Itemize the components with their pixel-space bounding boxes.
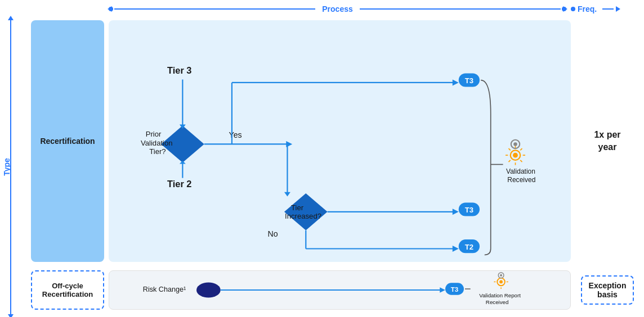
freq-arrow: [616, 6, 620, 12]
right-bracket: [481, 80, 491, 255]
freq-dot: [571, 7, 575, 11]
arrow-no-t2: [453, 246, 459, 252]
gear-center: [513, 142, 517, 146]
type-arrow-top: [8, 16, 14, 20]
tier2-label: Tier 2: [167, 179, 191, 189]
arrow-yes-t3: [453, 79, 459, 85]
exception-box: Exceptionbasis: [581, 275, 634, 305]
t3-badge-upper-text: T3: [465, 76, 473, 85]
arrow-tierinc-right: [453, 209, 459, 215]
recert-label-box: Recertification: [31, 20, 104, 262]
rpt-gear-center: [500, 274, 502, 277]
freq-label: Freq.: [578, 4, 597, 13]
offcycle-label-box: Off-cycle Recertification: [31, 270, 104, 310]
process-label: Process: [315, 4, 359, 13]
tier-inc-text2: Increased?: [285, 212, 321, 220]
arrow-tier2-diamond: [180, 161, 186, 164]
arrow-down-tierinc: [284, 192, 290, 197]
val-report-text2: Received: [486, 300, 508, 306]
ray8: [508, 160, 510, 162]
freq-upper: 1x peryear: [571, 20, 644, 262]
yes-label: Yes: [229, 130, 242, 139]
risk-oval: [196, 283, 221, 298]
t3-badge-mid-text: T3: [465, 206, 473, 214]
flow-area: Tier 3 Prior Validation Tier? Tier 2: [109, 20, 571, 262]
tier3-label: Tier 3: [167, 65, 191, 75]
risk-change-text: Risk Change¹: [143, 286, 186, 293]
offcycle-label: Off-cycle Recertification: [42, 282, 93, 298]
val-recv-text2: Received: [507, 176, 535, 184]
freq-upper-text: 1x peryear: [594, 130, 620, 152]
offcycle-svg: Risk Change¹ T3: [109, 271, 570, 309]
freq-line: [602, 8, 614, 10]
tier-inc-text1: Tier: [291, 203, 304, 212]
val-report-text1: Validation Report: [479, 292, 521, 298]
validation-sun-inner: [513, 153, 518, 158]
offcycle-arrow: [440, 288, 445, 293]
no-label: No: [267, 229, 278, 238]
ray5: [508, 148, 510, 150]
freq-header: Freq.: [571, 4, 644, 13]
prior-val-text1: Prior: [146, 130, 162, 138]
type-column: Type: [0, 16, 31, 317]
t2-badge-text: T2: [465, 243, 473, 251]
val-recv-text1: Validation: [506, 167, 535, 175]
recert-lower: Off-cycle Recertification Risk Change¹: [31, 266, 644, 314]
type-label: Type: [2, 158, 11, 176]
prior-val-text3: Tier?: [149, 147, 166, 156]
prior-val-text2: Validation: [141, 139, 173, 147]
offcycle-flow: Risk Change¹ T3: [109, 270, 571, 310]
ray7: [520, 148, 522, 150]
ray6: [520, 160, 522, 162]
recert-upper: Recertification Tier 3 Prior Validation …: [31, 20, 644, 262]
diagram-area: Recertification Tier 3 Prior Validation …: [31, 16, 644, 317]
val-report-sun-inner: [499, 280, 503, 284]
type-arrow-bottom: [8, 314, 14, 317]
exception-label: Exceptionbasis: [589, 281, 627, 299]
main-container: Process Freq. Type: [0, 0, 644, 317]
recert-label: Recertification: [40, 137, 95, 146]
freq-value: 1x peryear: [594, 129, 620, 154]
flow-diagram: Tier 3 Prior Validation Tier? Tier 2: [109, 20, 571, 262]
t3-badge-lower-text: T3: [451, 286, 459, 293]
freq-lower: Exceptionbasis: [571, 275, 644, 305]
header-row: Process Freq.: [0, 0, 644, 16]
content-area: Type Recertification Tier 3 Prior: [0, 16, 644, 317]
